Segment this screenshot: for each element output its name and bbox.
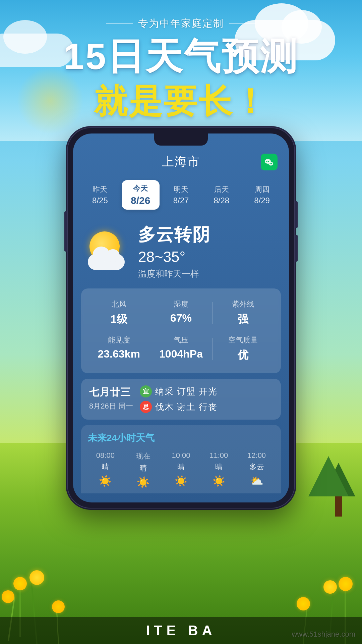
subtitle-line: 专为中年家庭定制 [0,17,362,31]
city-header: 上海市 [81,150,281,177]
hour-condition-2: 晴 [164,462,199,472]
date-tab-tomorrow[interactable]: 明天 8/27 [162,181,200,209]
dash-left [106,23,133,24]
svg-point-2 [268,161,269,162]
phone-screen: 上海市 [73,133,289,502]
hourly-forecast: 08:00 晴 ☀️ 现在 晴 ☀️ 10:00 晴 ☀️ [88,451,274,490]
hour-time-4: 12:00 [239,451,274,460]
detail-wind: 北风 1级 [88,299,150,327]
weather-info: 多云转阴 28~35° 温度和昨天一样 [138,223,278,280]
subtitle-text: 专为中年家庭定制 [138,17,224,31]
hour-condition-4: 多云 [239,462,274,472]
hour-condition-3: 晴 [201,462,236,472]
tab-day-1: 今天 [124,183,158,194]
hour-time-2: 10:00 [164,451,199,460]
humidity-label: 湿度 [150,299,212,309]
tab-date-3: 8/28 [204,196,238,205]
hour-icon-3: ☀️ [201,475,236,487]
phone-btn-volume [64,211,67,252]
date-tab-today[interactable]: 今天 8/26 [122,180,160,210]
phone-frame: 上海市 [67,127,295,508]
detail-visibility: 能见度 23.63km [88,335,150,363]
detail-humidity: 湿度 67% [150,299,212,327]
hour-time-1: 现在 [126,451,161,461]
hour-item-2: 10:00 晴 ☀️ [164,451,199,490]
tab-date-0: 8/25 [83,196,117,205]
hour-time-0: 08:00 [88,451,123,460]
bad-activity-row: 忌 伐木 谢土 行丧 [140,401,273,413]
phone-content: 上海市 [73,133,289,502]
detail-uv: 紫外线 强 [212,299,274,327]
aqi-label: 空气质量 [212,335,274,345]
main-title: 15日天气预测 [0,36,362,76]
svg-point-3 [268,162,273,165]
bad-badge: 忌 [140,401,152,413]
tab-date-1: 8/26 [124,195,158,206]
city-name: 上海市 [162,154,200,170]
forecast-section: 未来24小时天气 08:00 晴 ☀️ 现在 晴 ☀️ [81,425,281,493]
weather-details: 北风 1级 湿度 67% 紫外线 强 [81,288,281,373]
visibility-label: 能见度 [88,335,150,345]
good-activity-row: 宜 纳采 订盟 开光 [140,385,273,397]
date-tab-day-after[interactable]: 后天 8/28 [202,181,240,209]
pressure-value: 1004hPa [150,348,212,360]
uv-label: 紫外线 [212,299,274,309]
date-tab-yesterday[interactable]: 昨天 8/25 [81,181,119,209]
humidity-value: 67% [150,312,212,324]
gregorian-date: 8月26日 周一 [89,401,133,411]
date-tabs: 昨天 8/25 今天 8/26 明天 8/27 后天 8/28 [81,177,281,216]
weather-icon [84,231,131,272]
svg-point-5 [271,163,272,164]
phone-btn-power [295,201,298,228]
good-activities: 纳采 订盟 开光 [155,386,218,397]
date-tab-thu[interactable]: 周四 8/29 [243,181,281,209]
hour-item-1: 现在 晴 ☀️ [126,451,161,490]
tab-day-3: 后天 [204,184,238,195]
pressure-label: 气压 [150,335,212,345]
tab-day-4: 周四 [245,184,279,195]
calendar-section: 七月廿三 8月26日 周一 宜 纳采 订盟 开光 忌 伐木 谢土 行丧 [81,379,281,420]
bottom-bar: ITE BA [0,617,362,644]
hour-icon-2: ☀️ [164,475,199,487]
tab-date-2: 8/27 [164,196,198,205]
aqi-value: 优 [212,348,274,363]
wind-value: 1级 [88,312,150,327]
detail-aqi: 空气质量 优 [212,335,274,363]
calendar-date-info: 七月廿三 8月26日 周一 [89,385,133,411]
hour-condition-1: 晴 [126,463,161,473]
hour-condition-0: 晴 [88,462,123,472]
cloud-icon [88,254,125,270]
main-subtitle: 就是要长！ [0,79,362,124]
svg-point-4 [270,163,271,164]
calendar-activities: 宜 纳采 订盟 开光 忌 伐木 谢土 行丧 [140,385,273,413]
phone-btn-power2 [295,235,298,262]
tab-day-0: 昨天 [83,184,117,195]
details-row-1: 北风 1级 湿度 67% 紫外线 强 [88,295,274,331]
lunar-date: 七月廿三 [89,385,133,399]
phone-notch [154,133,208,146]
svg-point-1 [266,161,267,162]
visibility-value: 23.63km [88,348,150,360]
hour-item-4: 12:00 多云 ⛅ [239,451,274,490]
bad-activities: 伐木 谢土 行丧 [155,401,218,413]
calendar-row: 七月廿三 8月26日 周一 宜 纳采 订盟 开光 忌 伐木 谢土 行丧 [89,385,273,413]
weather-main: 多云转阴 28~35° 温度和昨天一样 [81,216,281,283]
hour-icon-1: ☀️ [126,476,161,489]
weather-note: 温度和昨天一样 [138,268,278,280]
header-section: 专为中年家庭定制 15日天气预测 就是要长！ [0,17,362,124]
hour-icon-4: ⛅ [239,475,274,487]
hour-icon-0: ☀️ [88,475,123,487]
hour-time-3: 11:00 [201,451,236,460]
hour-item-0: 08:00 晴 ☀️ [88,451,123,490]
bottom-bar-text: ITE BA [146,623,216,639]
good-badge: 宜 [140,385,152,397]
tab-day-2: 明天 [164,184,198,195]
dash-right [229,23,256,24]
wechat-icon[interactable] [261,154,278,170]
tab-date-4: 8/29 [245,196,279,205]
forecast-title: 未来24小时天气 [88,432,274,444]
wind-label: 北风 [88,299,150,309]
detail-pressure: 气压 1004hPa [150,335,212,363]
details-row-2: 能见度 23.63km 气压 1004hPa 空气质量 优 [88,331,274,367]
weather-condition: 多云转阴 [138,223,278,247]
